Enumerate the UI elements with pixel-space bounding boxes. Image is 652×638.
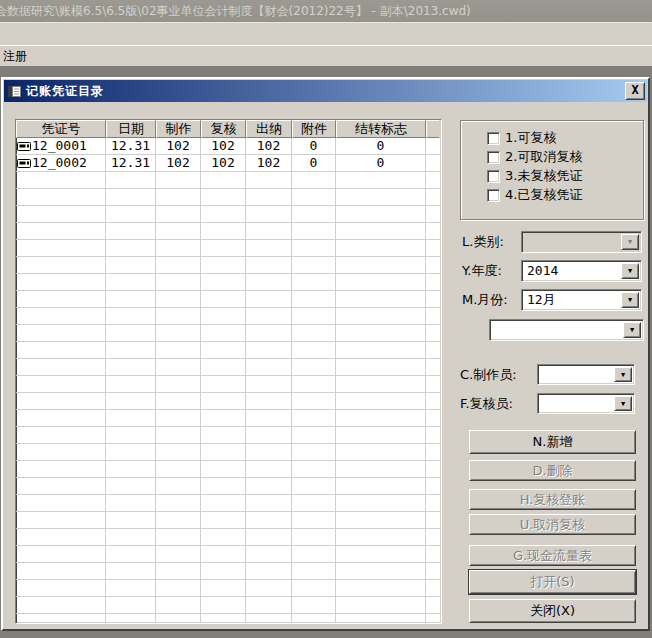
- reviewer-select[interactable]: ▼: [537, 393, 635, 414]
- table-cell: [292, 461, 336, 477]
- filter-reviewed[interactable]: 4.已复核凭证: [487, 187, 582, 203]
- table-cell: [246, 444, 292, 460]
- table-cell: [246, 325, 292, 341]
- table-cell: [426, 172, 439, 188]
- menu-bar: 注册: [0, 45, 652, 67]
- checkbox-icon[interactable]: [487, 189, 500, 202]
- checkbox-icon[interactable]: [487, 151, 500, 164]
- chevron-down-icon[interactable]: ▼: [614, 396, 632, 411]
- table-cell: [201, 563, 246, 579]
- table-cell: [246, 393, 292, 409]
- table-cell: [336, 546, 426, 562]
- table-empty-row: [16, 597, 441, 614]
- table-cell: [106, 189, 156, 205]
- table-cell: [246, 427, 292, 443]
- table-row[interactable]: 12_000212.3110210210200: [16, 155, 441, 172]
- column-header-cashier[interactable]: 出纳: [246, 120, 292, 138]
- column-header-reviewer[interactable]: 复核: [201, 120, 246, 138]
- checkbox-label: 1.可复核: [505, 129, 556, 147]
- table-cell: [156, 495, 201, 511]
- table-cell: [156, 529, 201, 545]
- table-cell: [246, 308, 292, 324]
- extra-select[interactable]: ▼: [489, 319, 644, 341]
- month-select[interactable]: 12月 ▼: [521, 289, 642, 311]
- table-cell: [246, 461, 292, 477]
- table-cell: [292, 376, 336, 392]
- checkbox-label: 4.已复核凭证: [505, 186, 582, 204]
- voucher-table[interactable]: 凭证号 日期 制作 复核 出纳 附件 结转标志 12_000112.311021…: [15, 119, 442, 624]
- table-cell: [246, 189, 292, 205]
- chevron-down-icon[interactable]: ▼: [621, 292, 639, 308]
- table-cell: [201, 580, 246, 596]
- new-button[interactable]: N.新增: [469, 430, 636, 454]
- month-value: 12月: [527, 292, 556, 308]
- table-cell: [292, 546, 336, 562]
- chevron-down-icon[interactable]: ▼: [614, 367, 632, 382]
- table-cell: [106, 512, 156, 528]
- column-header-attachment[interactable]: 附件: [292, 120, 336, 138]
- chevron-down-icon[interactable]: ▼: [621, 263, 639, 279]
- table-cell: [336, 342, 426, 358]
- table-cell: [156, 393, 201, 409]
- table-cell: [246, 274, 292, 290]
- table-cell: [106, 614, 156, 624]
- close-button[interactable]: 关闭(X): [469, 599, 636, 623]
- table-cell: [336, 478, 426, 494]
- table-row[interactable]: 12_000112.3110210210200: [16, 138, 441, 155]
- checkbox-icon[interactable]: [487, 132, 500, 145]
- table-cell: [201, 512, 246, 528]
- filter-cancel-reviewable[interactable]: 2.可取消复核: [487, 149, 582, 165]
- table-empty-row: [16, 257, 441, 274]
- table-cell: [156, 240, 201, 256]
- chevron-down-icon[interactable]: ▼: [623, 322, 641, 338]
- table-empty-row: [16, 461, 441, 478]
- table-cell: [246, 478, 292, 494]
- table-cell: [201, 189, 246, 205]
- filter-reviewable[interactable]: 1.可复核: [487, 130, 556, 146]
- table-cell: [156, 410, 201, 426]
- table-cell: [16, 461, 106, 477]
- open-button: 打开(S): [469, 570, 636, 594]
- table-cell: [106, 597, 156, 613]
- column-header-voucher-no[interactable]: 凭证号: [16, 120, 106, 138]
- table-cell: 0: [336, 138, 426, 154]
- checkbox-icon[interactable]: [487, 170, 500, 183]
- table-cell: [16, 393, 106, 409]
- table-cell: [246, 257, 292, 273]
- table-empty-row: [16, 325, 441, 342]
- table-cell: [336, 308, 426, 324]
- table-cell: [246, 563, 292, 579]
- close-icon[interactable]: X: [625, 82, 645, 100]
- column-header-carryover-flag[interactable]: 结转标志: [336, 120, 426, 138]
- table-cell: [292, 478, 336, 494]
- maker-select[interactable]: ▼: [537, 364, 635, 385]
- table-cell: [426, 342, 439, 358]
- table-cell: [426, 495, 439, 511]
- table-cell: 12.31: [106, 155, 156, 171]
- table-cell: [16, 359, 106, 375]
- table-cell: [292, 393, 336, 409]
- column-header-maker[interactable]: 制作: [156, 120, 201, 138]
- table-cell: [16, 257, 106, 273]
- year-select[interactable]: 2014 ▼: [521, 260, 642, 282]
- column-header-date[interactable]: 日期: [106, 120, 156, 138]
- table-cell: [292, 223, 336, 239]
- year-label: Y.年度:: [462, 260, 502, 282]
- table-cell: [106, 580, 156, 596]
- table-cell: [16, 444, 106, 460]
- dialog-titlebar[interactable]: 记账凭证目录: [4, 80, 647, 102]
- filter-unreviewed[interactable]: 3.未复核凭证: [487, 168, 582, 184]
- table-cell: [201, 376, 246, 392]
- voucher-directory-dialog: 记账凭证目录 X 凭证号 日期 制作 复核 出纳 附件 结转标志 12_0001…: [1, 77, 650, 631]
- review-filter-group: 1.可复核 2.可取消复核 3.未复核凭证 4.已复核凭证: [460, 120, 644, 220]
- table-cell: [336, 563, 426, 579]
- table-empty-row: [16, 274, 441, 291]
- menu-item-register[interactable]: 注册: [0, 46, 33, 66]
- delete-button: D.删除: [469, 460, 636, 481]
- table-cell: [292, 206, 336, 222]
- table-cell: [201, 529, 246, 545]
- table-empty-row: [16, 359, 441, 376]
- table-cell: [336, 614, 426, 624]
- table-cell: [201, 461, 246, 477]
- table-empty-row: [16, 614, 441, 624]
